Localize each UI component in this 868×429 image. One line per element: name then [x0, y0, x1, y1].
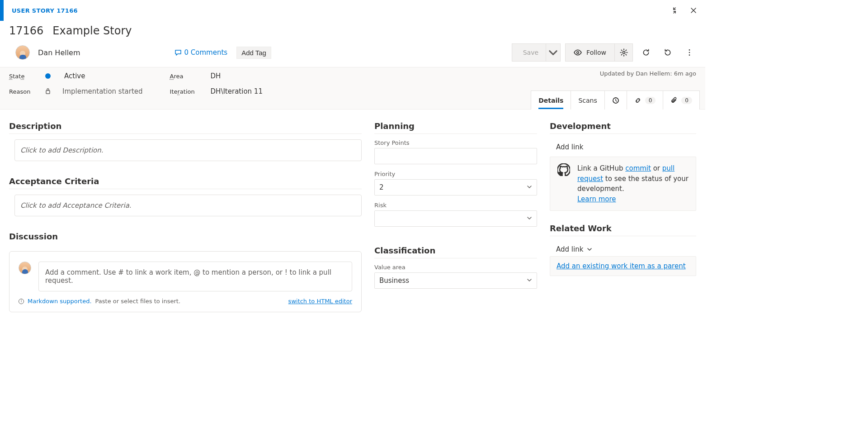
undo-button[interactable] — [659, 43, 676, 62]
development-add-link[interactable]: Add link — [550, 140, 696, 154]
svg-point-4 — [623, 52, 625, 54]
comments-label: 0 Comments — [184, 48, 228, 57]
divider — [9, 189, 362, 189]
tab-attachments[interactable]: 0 — [663, 91, 699, 110]
undo-icon — [664, 48, 672, 57]
svg-point-5 — [689, 49, 690, 51]
value-area-select[interactable]: Business — [374, 272, 537, 289]
updated-by-text: Updated by Dan Hellem: 6m ago — [600, 70, 696, 77]
comment-input[interactable]: Add a comment. Use # to link a work item… — [38, 262, 352, 291]
acceptance-title: Acceptance Criteria — [9, 176, 362, 186]
more-actions-button[interactable] — [681, 43, 698, 62]
divider — [374, 258, 537, 258]
links-count: 0 — [645, 97, 656, 104]
story-points-input[interactable] — [374, 148, 537, 164]
lock-icon — [45, 88, 51, 95]
svg-point-3 — [577, 52, 579, 54]
parent-callout: Add an existing work item as a parent — [550, 256, 696, 276]
priority-label: Priority — [374, 171, 537, 177]
risk-label: Risk — [374, 202, 537, 209]
iteration-value[interactable]: DH\Iteration 11 — [211, 87, 263, 95]
current-user-avatar — [19, 262, 31, 274]
close-button[interactable] — [685, 2, 702, 19]
related-title: Related Work — [550, 224, 696, 233]
related-add-link[interactable]: Add link — [550, 243, 696, 256]
github-callout: Link a GitHub commit or pull request to … — [550, 157, 696, 211]
attachments-count: 0 — [681, 97, 692, 104]
history-icon — [612, 97, 619, 104]
state-label: State — [9, 73, 36, 80]
state-value[interactable]: Active — [64, 72, 85, 80]
divider — [374, 133, 537, 134]
work-item-title[interactable]: Example Story — [52, 24, 132, 37]
paste-files-text: Paste or select files to insert. — [95, 298, 181, 305]
gh-text-prefix: Link a GitHub — [577, 164, 625, 172]
iteration-label: Iteration — [170, 88, 202, 95]
reason-label: Reason — [9, 88, 36, 95]
tab-history[interactable] — [605, 91, 627, 110]
restore-button[interactable] — [666, 2, 683, 19]
priority-select[interactable]: 2 — [374, 179, 537, 195]
divider — [9, 133, 362, 134]
gh-text-or: or — [651, 164, 662, 172]
comments-link[interactable]: 0 Comments — [175, 48, 228, 57]
chevron-down-icon — [527, 183, 532, 191]
github-icon — [557, 163, 570, 176]
tab-scans-label: Scans — [578, 97, 597, 104]
link-icon — [634, 97, 642, 104]
tab-links[interactable]: 0 — [627, 91, 664, 110]
follow-label: Follow — [586, 49, 606, 56]
risk-select[interactable] — [374, 210, 537, 227]
related-add-link-label: Add link — [556, 245, 583, 253]
description-title: Description — [9, 121, 362, 131]
classification-title: Classification — [374, 246, 537, 255]
divider — [550, 236, 696, 236]
refresh-icon — [642, 48, 650, 57]
follow-settings-button[interactable] — [614, 44, 632, 61]
value-area-value: Business — [379, 276, 409, 285]
save-label: Save — [523, 49, 538, 56]
value-area-label: Value area — [374, 264, 537, 271]
add-parent-link[interactable]: Add an existing work item as a parent — [557, 262, 686, 270]
info-icon: i — [19, 299, 24, 304]
switch-editor-link[interactable]: switch to HTML editor — [288, 298, 352, 305]
priority-value: 2 — [379, 183, 384, 191]
discussion-title: Discussion — [9, 232, 362, 241]
comment-icon — [175, 49, 182, 56]
add-tag-button[interactable]: Add Tag — [236, 47, 271, 59]
accent-strip — [0, 0, 4, 21]
follow-button[interactable]: Follow — [566, 44, 614, 61]
divider — [550, 133, 696, 134]
save-dropdown-button[interactable] — [546, 44, 560, 61]
owner-name[interactable]: Dan Hellem — [38, 48, 80, 57]
save-button: Save — [512, 44, 546, 61]
gh-learn-more-link[interactable]: Learn more — [577, 195, 616, 203]
reason-value[interactable]: Implementation started — [62, 87, 143, 95]
work-item-type-label: USER STORY 17166 — [12, 7, 78, 14]
tab-details-label: Details — [538, 92, 563, 109]
gear-icon — [620, 48, 628, 57]
svg-point-6 — [689, 52, 690, 53]
tab-scans[interactable]: Scans — [571, 91, 604, 110]
markdown-supported-link[interactable]: Markdown supported. — [28, 298, 92, 305]
discussion-card: Add a comment. Use # to link a work item… — [9, 251, 362, 312]
work-item-id: 17166 — [9, 24, 43, 37]
chevron-down-icon — [587, 247, 592, 252]
state-badge — [45, 73, 51, 79]
kebab-icon — [685, 48, 693, 57]
svg-rect-8 — [46, 91, 50, 94]
work-item-type-header: USER STORY 17166 — [8, 7, 78, 14]
save-split-button: Save — [512, 43, 561, 62]
area-value[interactable]: DH — [211, 72, 221, 80]
eye-icon — [574, 48, 582, 57]
description-input[interactable]: Click to add Description. — [14, 139, 362, 161]
owner-avatar[interactable] — [15, 45, 30, 60]
tab-details[interactable]: Details — [531, 91, 571, 110]
tab-bar: Details Scans 0 0 — [531, 91, 700, 110]
refresh-button[interactable] — [637, 43, 655, 62]
planning-title: Planning — [374, 121, 537, 131]
story-points-label: Story Points — [374, 139, 537, 146]
area-label: Area — [170, 73, 202, 80]
acceptance-input[interactable]: Click to add Acceptance Criteria. — [14, 195, 362, 216]
gh-commit-link[interactable]: commit — [625, 164, 651, 172]
